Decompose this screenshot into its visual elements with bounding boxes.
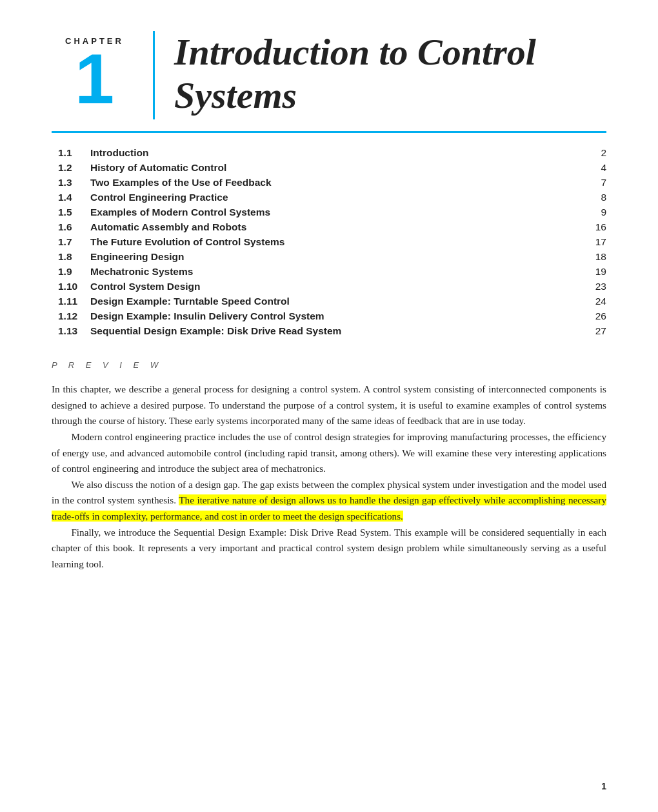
toc-item-page: 8: [601, 192, 606, 203]
preview-text: In this chapter, we describe a general p…: [52, 381, 606, 573]
toc-item: 1.10Control System Design23: [58, 281, 606, 292]
toc-item: 1.4Control Engineering Practice8: [58, 192, 606, 203]
toc-item: 1.8Engineering Design18: [58, 251, 606, 263]
toc-item-number: 1.13: [58, 325, 90, 337]
toc-item-number: 1.2: [58, 162, 90, 174]
toc-item: 1.2History of Automatic Control4: [58, 162, 606, 174]
preview-paragraph-2: Modern control engineering practice incl…: [52, 429, 606, 477]
toc-item-page: 18: [595, 251, 606, 263]
toc-item-label: Control Engineering Practice: [90, 192, 595, 203]
toc-item-label: Design Example: Insulin Delivery Control…: [90, 310, 590, 322]
toc-item-label: Engineering Design: [90, 251, 590, 263]
toc-item: 1.12Design Example: Insulin Delivery Con…: [58, 310, 606, 322]
toc-item-number: 1.5: [58, 207, 90, 218]
toc-item-page: 4: [601, 162, 606, 174]
toc-item-label: Mechatronic Systems: [90, 266, 590, 278]
toc-item-number: 1.8: [58, 251, 90, 263]
toc-item-page: 23: [595, 281, 606, 292]
toc-item-label: History of Automatic Control: [90, 162, 595, 174]
preview-paragraph-1: In this chapter, we describe a general p…: [52, 381, 606, 429]
toc-item-page: 2: [601, 147, 606, 159]
toc-item: 1.6Automatic Assembly and Robots16: [58, 221, 606, 233]
toc-item-number: 1.3: [58, 177, 90, 188]
toc-item-page: 19: [595, 266, 606, 278]
toc-item-page: 17: [595, 236, 606, 248]
toc-item-label: Examples of Modern Control Systems: [90, 207, 595, 218]
chapter-divider: [52, 131, 606, 133]
toc-item-label: Design Example: Turntable Speed Control: [90, 296, 590, 307]
toc-item-label: Two Examples of the Use of Feedback: [90, 177, 595, 188]
toc-item-page: 27: [595, 325, 606, 337]
highlighted-text: The iterative nature of design allows us…: [52, 494, 606, 522]
toc-item-label: Introduction: [90, 147, 595, 159]
chapter-header: CHAPTER 1 Introduction to Control System…: [52, 31, 606, 119]
toc-item-label: Sequential Design Example: Disk Drive Re…: [90, 325, 590, 337]
table-of-contents: 1.1Introduction21.2History of Automatic …: [58, 147, 606, 337]
toc-item-number: 1.1: [58, 147, 90, 159]
toc-item-label: Automatic Assembly and Robots: [90, 221, 590, 233]
toc-item-number: 1.12: [58, 310, 90, 322]
page: CHAPTER 1 Introduction to Control System…: [0, 0, 658, 812]
toc-item-number: 1.11: [58, 296, 90, 307]
chapter-title-text: Introduction to Control Systems: [174, 31, 606, 117]
toc-item-page: 26: [595, 310, 606, 322]
toc-item-page: 16: [595, 221, 606, 233]
preview-paragraph-3: We also discuss the notion of a design g…: [52, 477, 606, 525]
toc-item-page: 24: [595, 296, 606, 307]
toc-item-page: 9: [601, 207, 606, 218]
toc-item: 1.11Design Example: Turntable Speed Cont…: [58, 296, 606, 307]
toc-item-number: 1.4: [58, 192, 90, 203]
toc-item-number: 1.7: [58, 236, 90, 248]
toc-item-label: The Future Evolution of Control Systems: [90, 236, 590, 248]
toc-item: 1.13Sequential Design Example: Disk Driv…: [58, 325, 606, 337]
chapter-title: Introduction to Control Systems: [174, 31, 606, 117]
toc-item-number: 1.6: [58, 221, 90, 233]
chapter-number: 1: [75, 43, 114, 114]
toc-item-page: 7: [601, 177, 606, 188]
toc-item-number: 1.10: [58, 281, 90, 292]
preview-paragraph-4: Finally, we introduce the Sequential Des…: [52, 525, 606, 573]
preview-label: P R E V I E W: [52, 360, 606, 370]
toc-item: 1.7The Future Evolution of Control Syste…: [58, 236, 606, 248]
toc-item-label: Control System Design: [90, 281, 590, 292]
toc-item: 1.5Examples of Modern Control Systems9: [58, 207, 606, 218]
page-number: 1: [601, 781, 606, 791]
toc-item: 1.9Mechatronic Systems19: [58, 266, 606, 278]
toc-item-number: 1.9: [58, 266, 90, 278]
chapter-left: CHAPTER 1: [52, 31, 155, 119]
toc-item: 1.3Two Examples of the Use of Feedback7: [58, 177, 606, 188]
toc-item: 1.1Introduction2: [58, 147, 606, 159]
